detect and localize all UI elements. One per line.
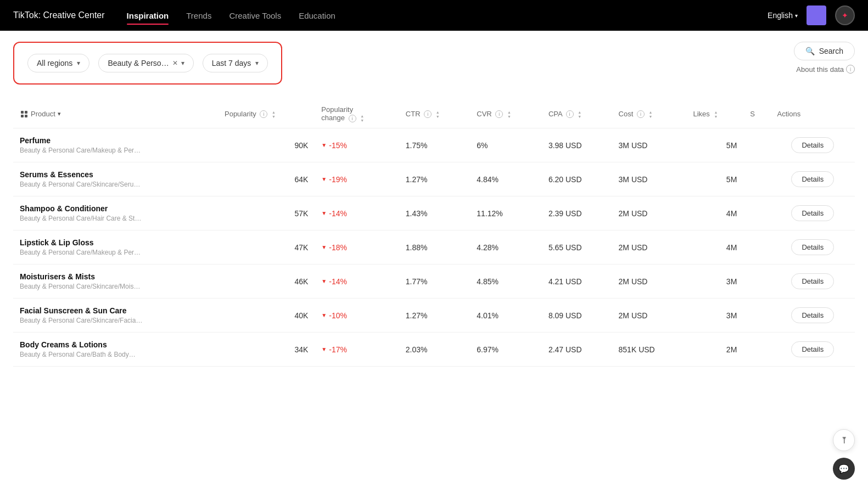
- product-name: Body Creams & Lotions: [20, 340, 211, 349]
- col-pop-change[interactable]: Popularitychange i ▲▼: [315, 100, 399, 128]
- cell-product: Serums & Essences Beauty & Personal Care…: [13, 162, 218, 196]
- product-name: Moisturisers & Mists: [20, 272, 211, 281]
- product-category: Beauty & Personal Care/Hair Care & St…: [20, 215, 211, 222]
- cell-product: Lipstick & Lip Gloss Beauty & Personal C…: [13, 230, 218, 265]
- cell-popularity: 64K: [218, 162, 315, 196]
- cell-cost: 2M USD: [612, 299, 687, 333]
- details-button[interactable]: Details: [791, 273, 834, 289]
- cell-likes: 4M: [686, 196, 743, 230]
- product-name: Lipstick & Lip Gloss: [20, 238, 211, 247]
- popularity-change: -19%: [321, 175, 392, 184]
- region-filter[interactable]: All regions ▾: [27, 54, 89, 72]
- search-label: Search: [819, 47, 843, 55]
- cell-ctr: 1.88%: [399, 230, 470, 265]
- cell-cvr: 4.28%: [470, 230, 542, 265]
- nav-education[interactable]: Education: [299, 9, 335, 22]
- product-name: Facial Sunscreen & Sun Care: [20, 306, 211, 315]
- cell-cost: 2M USD: [612, 196, 687, 230]
- col-cvr[interactable]: CVR i ▲▼: [470, 100, 542, 128]
- col-likes[interactable]: Likes ▲▼: [686, 100, 743, 128]
- cell-s: [743, 196, 770, 230]
- col-product-label: Product: [31, 110, 55, 118]
- category-filter[interactable]: Beauty & Perso… ✕ ▾: [98, 54, 193, 72]
- cell-product: Shampoo & Conditioner Beauty & Personal …: [13, 196, 218, 230]
- cell-pop-change: -14%: [315, 265, 399, 299]
- details-button[interactable]: Details: [791, 341, 834, 357]
- sort-icon: ▲▼: [649, 110, 653, 119]
- cell-likes: 4M: [686, 230, 743, 265]
- details-button[interactable]: Details: [791, 137, 834, 153]
- nav-inspiration[interactable]: Inspiration: [127, 9, 169, 22]
- date-label: Last 7 days: [212, 59, 251, 68]
- sort-icon: ▲▼: [272, 110, 276, 119]
- product-name: Perfume: [20, 136, 211, 145]
- cell-cost: 2M USD: [612, 265, 687, 299]
- details-button[interactable]: Details: [791, 307, 834, 323]
- info-icon: i: [637, 110, 645, 118]
- details-button[interactable]: Details: [791, 239, 834, 255]
- cell-ctr: 1.27%: [399, 162, 470, 196]
- info-icon: i: [566, 110, 574, 118]
- product-name: Shampoo & Conditioner: [20, 204, 211, 213]
- details-button[interactable]: Details: [791, 205, 834, 221]
- details-button[interactable]: Details: [791, 171, 834, 187]
- top-right-controls: 🔍 Search About this data i: [794, 42, 855, 74]
- popularity-change: -10%: [321, 311, 392, 320]
- back-to-top-button[interactable]: ⤒: [833, 429, 855, 451]
- table-row: Body Creams & Lotions Beauty & Personal …: [13, 333, 855, 367]
- col-product[interactable]: Product ▾: [13, 100, 218, 128]
- cell-popularity: 34K: [218, 333, 315, 367]
- cell-ctr: 1.27%: [399, 299, 470, 333]
- cell-actions: Details: [771, 333, 855, 367]
- cell-popularity: 90K: [218, 128, 315, 162]
- cell-actions: Details: [771, 128, 855, 162]
- cell-actions: Details: [771, 230, 855, 265]
- chevron-down-icon: ▾: [795, 13, 798, 19]
- cell-cost: 2M USD: [612, 230, 687, 265]
- col-cpa[interactable]: CPA i ▲▼: [542, 100, 612, 128]
- cell-pop-change: -19%: [315, 162, 399, 196]
- col-popularity[interactable]: Popularity i ▲▼: [218, 100, 315, 128]
- chat-button[interactable]: 💬: [833, 458, 855, 480]
- cell-cvr: 6.97%: [470, 333, 542, 367]
- cell-cvr: 4.85%: [470, 265, 542, 299]
- cell-pop-change: -14%: [315, 196, 399, 230]
- filter-bar: All regions ▾ Beauty & Perso… ✕ ▾ Last 7…: [13, 42, 282, 85]
- avatar[interactable]: ✦: [835, 5, 855, 25]
- search-icon: 🔍: [805, 47, 815, 55]
- col-ctr[interactable]: CTR i ▲▼: [399, 100, 470, 128]
- cell-actions: Details: [771, 196, 855, 230]
- cell-likes: 3M: [686, 299, 743, 333]
- cell-ctr: 1.75%: [399, 128, 470, 162]
- product-category: Beauty & Personal Care/Skincare/Seru…: [20, 181, 211, 188]
- nav-creative-tools[interactable]: Creative Tools: [229, 9, 281, 22]
- col-actions: Actions: [771, 100, 855, 128]
- sort-icon: ▲▼: [436, 110, 440, 119]
- cell-cost: 851K USD: [612, 333, 687, 367]
- language-selector[interactable]: English ▾: [768, 11, 798, 20]
- cell-cpa: 2.39 USD: [542, 196, 612, 230]
- cell-cost: 3M USD: [612, 128, 687, 162]
- cell-s: [743, 265, 770, 299]
- cell-product: Moisturisers & Mists Beauty & Personal C…: [13, 265, 218, 299]
- popularity-change: -14%: [321, 209, 392, 218]
- cell-cpa: 8.09 USD: [542, 299, 612, 333]
- chevron-down-icon: ▾: [58, 110, 61, 117]
- popularity-change: -18%: [321, 243, 392, 252]
- language-label: English: [768, 11, 793, 20]
- cell-ctr: 1.43%: [399, 196, 470, 230]
- logo: TikTok: Creative Center: [13, 10, 105, 20]
- date-filter[interactable]: Last 7 days ▾: [203, 54, 268, 72]
- cell-likes: 5M: [686, 162, 743, 196]
- search-button[interactable]: 🔍 Search: [794, 42, 855, 60]
- nav-trends[interactable]: Trends: [186, 9, 211, 22]
- sort-icon: ▲▼: [360, 114, 364, 122]
- col-cost[interactable]: Cost i ▲▼: [612, 100, 687, 128]
- cell-ctr: 1.77%: [399, 265, 470, 299]
- info-icon: i: [495, 110, 503, 118]
- cell-cost: 3M USD: [612, 162, 687, 196]
- info-icon: i: [424, 110, 432, 118]
- close-icon[interactable]: ✕: [172, 59, 178, 67]
- col-s: S: [743, 100, 770, 128]
- about-data-link[interactable]: About this data i: [796, 65, 855, 74]
